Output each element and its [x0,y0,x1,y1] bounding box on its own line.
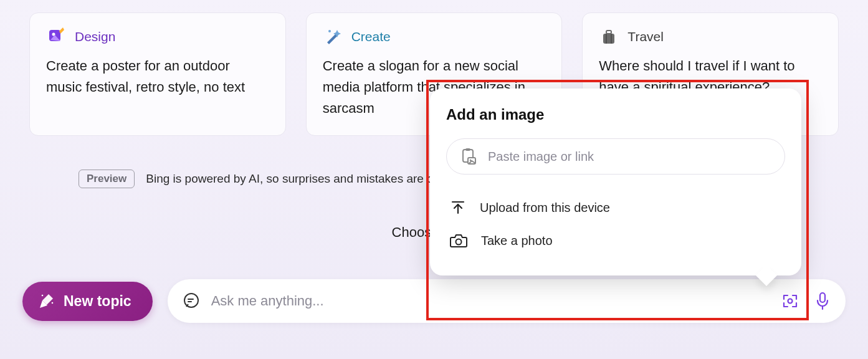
wand-icon [323,27,343,47]
upload-from-device-option[interactable]: Upload from this device [446,191,785,224]
suitcase-icon [599,27,619,47]
chat-icon [183,292,200,310]
svg-point-8 [52,302,54,304]
new-topic-button[interactable]: New topic [22,282,153,321]
upload-label: Upload from this device [480,201,610,215]
card-title: Create [351,29,391,44]
card-header: Travel [599,27,822,47]
design-icon [46,27,66,47]
svg-rect-13 [820,293,825,302]
clipboard-image-icon [460,148,477,165]
svg-rect-6 [606,31,611,34]
card-body-text: Create a poster for an outdoor music fes… [46,55,269,98]
take-photo-label: Take a photo [481,234,553,248]
upload-icon [450,199,466,216]
microphone-icon[interactable] [814,292,831,310]
paste-image-input-wrap[interactable] [446,138,785,175]
card-title: Design [75,29,115,44]
svg-point-7 [42,295,44,297]
card-header: Design [46,27,269,47]
svg-point-9 [184,294,198,307]
take-photo-option[interactable]: Take a photo [446,224,785,257]
preview-badge: Preview [79,170,135,188]
svg-rect-5 [611,34,612,44]
svg-rect-16 [465,148,470,151]
svg-point-21 [456,239,462,245]
broom-icon [39,293,55,309]
camera-icon [450,233,467,248]
svg-rect-3 [603,34,614,44]
card-header: Create [323,27,546,47]
svg-rect-4 [606,34,607,44]
new-topic-label: New topic [64,293,131,310]
svg-point-2 [328,30,331,32]
svg-point-12 [788,299,793,304]
image-search-icon[interactable] [781,292,799,310]
ask-input[interactable] [211,293,781,309]
suggestion-card-design[interactable]: Design Create a poster for an outdoor mu… [29,12,286,136]
paste-image-input[interactable] [488,150,771,164]
popup-title: Add an image [446,106,785,123]
card-title: Travel [627,29,664,44]
add-image-popup: Add an image Upload from this device [430,89,801,275]
compose-row: New topic [22,279,846,323]
preview-notice-text: Bing is powered by AI, so surprises and … [146,172,432,186]
ask-input-bar[interactable] [168,279,846,323]
